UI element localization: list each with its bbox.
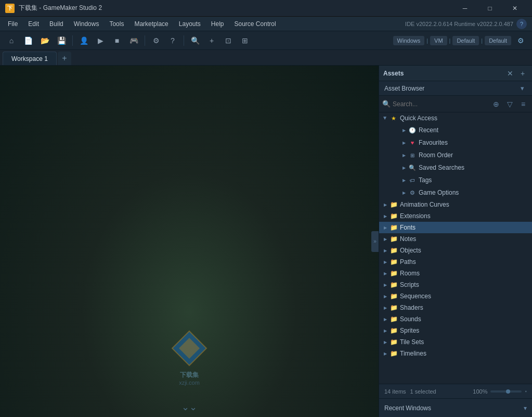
- menu-tools[interactable]: Tools: [104, 18, 129, 30]
- animation-curves-label: Animation Curves: [400, 201, 449, 208]
- platform-separator-1: |: [426, 37, 428, 44]
- platform-default1-button[interactable]: Default: [452, 36, 479, 45]
- tree-item-rooms[interactable]: ▶ 📁 Rooms: [379, 268, 532, 279]
- grid-button[interactable]: ⊞: [238, 33, 252, 48]
- asset-tree[interactable]: ▶ ★ Quick Access ▶ 🕐 Recent ▶ ♥ Favourit…: [379, 112, 532, 384]
- assets-panel-title: Assets: [383, 70, 505, 77]
- restore-button[interactable]: □: [478, 0, 502, 17]
- tree-item-sequences[interactable]: ▶ 📁 Sequences: [379, 290, 532, 302]
- tree-item-room-order[interactable]: ▶ ⊞ Room Order: [379, 149, 532, 161]
- canvas-area[interactable]: 下载集 xzji.com ⌄⌄: [0, 66, 379, 417]
- tree-item-quick-access[interactable]: ▶ ★ Quick Access: [379, 112, 532, 124]
- platform-windows-button[interactable]: Windows: [393, 36, 425, 45]
- user-button[interactable]: 👤: [76, 33, 91, 48]
- platform-default2-button[interactable]: Default: [485, 36, 511, 45]
- menu-edit[interactable]: Edit: [23, 18, 44, 30]
- objects-folder-icon: 📁: [390, 246, 398, 255]
- shaders-folder-icon: 📁: [390, 304, 398, 312]
- tree-item-objects[interactable]: ▶ 📁 Objects: [379, 245, 532, 256]
- game-options-arrow: ▶: [400, 188, 408, 197]
- asset-browser-expand-button[interactable]: ▾: [517, 84, 527, 93]
- new-button[interactable]: 📄: [21, 33, 35, 48]
- stop-button[interactable]: ■: [110, 33, 124, 48]
- timelines-arrow: ▶: [381, 349, 390, 358]
- search-menu-button[interactable]: ≡: [517, 98, 529, 110]
- menu-layouts[interactable]: Layouts: [174, 18, 206, 30]
- save-button[interactable]: 💾: [54, 33, 69, 48]
- sounds-label: Sounds: [400, 315, 421, 323]
- tab-workspace1[interactable]: Workspace 1: [3, 52, 57, 65]
- help-button[interactable]: ?: [165, 33, 180, 48]
- gamepad-button[interactable]: 🎮: [126, 33, 141, 48]
- tree-item-game-options[interactable]: ▶ ⚙ Game Options: [379, 186, 532, 199]
- tree-item-timelines[interactable]: ▶ 📁 Timelines: [379, 348, 532, 359]
- assets-add-button[interactable]: +: [517, 68, 528, 79]
- sequences-folder-icon: 📁: [390, 292, 398, 300]
- status-bar-right: 100% ▪: [473, 388, 527, 395]
- zoom-in-button[interactable]: +: [204, 33, 219, 48]
- collapse-panel-button[interactable]: »: [371, 231, 379, 252]
- tree-item-animation-curves[interactable]: ▶ 📁 Animation Curves: [379, 199, 532, 210]
- search-add-button[interactable]: ⊕: [490, 98, 502, 110]
- tree-item-favourites[interactable]: ▶ ♥ Favourites: [379, 136, 532, 149]
- recent-arrow: ▶: [400, 126, 408, 134]
- open-button[interactable]: 📂: [37, 33, 52, 48]
- tree-item-extensions[interactable]: ▶ 📁 Extensions: [379, 210, 532, 222]
- tree-item-sounds[interactable]: ▶ 📁 Sounds: [379, 313, 532, 325]
- close-button[interactable]: ✕: [503, 0, 527, 17]
- recent-windows-panel[interactable]: Recent Windows ▾: [379, 398, 532, 417]
- menu-source-control[interactable]: Source Control: [229, 18, 281, 30]
- recent-icon: 🕐: [408, 126, 417, 134]
- tree-item-recent[interactable]: ▶ 🕐 Recent: [379, 124, 532, 136]
- tree-item-paths[interactable]: ▶ 📁 Paths: [379, 256, 532, 268]
- rooms-label: Rooms: [400, 270, 420, 277]
- shaders-label: Shaders: [400, 304, 423, 311]
- status-bar: 14 items 1 selected 100% ▪: [379, 384, 532, 398]
- scripts-arrow: ▶: [381, 281, 390, 289]
- platform-buttons: Windows | VM | Default | Default ⚙: [393, 33, 528, 48]
- tab-workspace1-label: Workspace 1: [11, 55, 48, 62]
- menu-help[interactable]: Help: [206, 18, 229, 30]
- zoom-max-icon: ▪: [525, 388, 527, 394]
- paths-arrow: ▶: [381, 258, 390, 266]
- saved-searches-icon: 🔍: [408, 163, 417, 172]
- tree-item-sprites[interactable]: ▶ 📁 Sprites: [379, 325, 532, 336]
- tree-item-shaders[interactable]: ▶ 📁 Shaders: [379, 302, 532, 313]
- assets-close-button[interactable]: ✕: [505, 68, 515, 79]
- tree-item-fonts[interactable]: ▶ 📁 Fonts: [379, 222, 532, 233]
- menu-build[interactable]: Build: [44, 18, 69, 30]
- minimize-button[interactable]: ─: [453, 0, 477, 17]
- home-button[interactable]: ⌂: [4, 33, 19, 48]
- extensions-label: Extensions: [400, 212, 431, 220]
- tree-item-tags[interactable]: ▶ 🏷 Tags: [379, 174, 532, 186]
- zoom-out-button[interactable]: 🔍: [188, 33, 202, 48]
- tree-item-scripts[interactable]: ▶ 📁 Scripts: [379, 279, 532, 290]
- run-button[interactable]: ▶: [93, 33, 108, 48]
- objects-label: Objects: [400, 247, 421, 254]
- menu-file[interactable]: File: [3, 18, 23, 30]
- sprites-folder-icon: 📁: [390, 326, 398, 335]
- toolbar-separator-1: [72, 35, 73, 46]
- paths-label: Paths: [400, 258, 416, 266]
- fonts-arrow: ▶: [381, 223, 390, 232]
- platform-vm-button[interactable]: VM: [430, 36, 447, 45]
- platform-settings-button[interactable]: ⚙: [513, 33, 528, 48]
- window-title: 下载集 - GameMaker Studio 2: [19, 4, 453, 12]
- favourites-arrow: ▶: [400, 138, 408, 147]
- zoom-fit-button[interactable]: ⊡: [221, 33, 236, 48]
- sounds-arrow: ▶: [381, 315, 390, 323]
- menu-windows[interactable]: Windows: [69, 18, 105, 30]
- main-content: 下载集 xzji.com ⌄⌄ » Assets ✕ + Asset Brows…: [0, 66, 532, 417]
- objects-arrow: ▶: [381, 246, 390, 255]
- help-icon[interactable]: ?: [516, 19, 527, 29]
- search-input[interactable]: [393, 100, 488, 108]
- tab-add-button[interactable]: +: [58, 52, 71, 65]
- menu-marketplace[interactable]: Marketplace: [129, 18, 173, 30]
- tree-item-notes[interactable]: ▶ 📁 Notes: [379, 233, 532, 245]
- menu-bar: File Edit Build Windows Tools Marketplac…: [0, 17, 532, 31]
- settings-button[interactable]: ⚙: [149, 33, 163, 48]
- tree-item-saved-searches[interactable]: ▶ 🔍 Saved Searches: [379, 161, 532, 174]
- search-filter-button[interactable]: ▽: [504, 98, 515, 110]
- tree-item-tile-sets[interactable]: ▶ 📁 Tile Sets: [379, 336, 532, 348]
- zoom-slider[interactable]: [490, 390, 522, 393]
